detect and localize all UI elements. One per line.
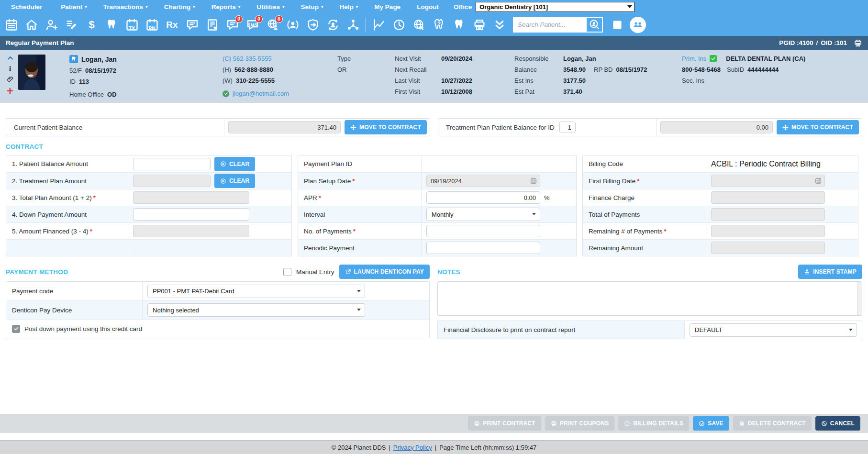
collapse-toolbar-icon[interactable] (492, 17, 507, 33)
est-pat-label: Est Pat (514, 88, 560, 95)
clear-patient-balance-button[interactable]: CLEAR (214, 157, 255, 171)
patient-sync-icon[interactable] (325, 17, 340, 33)
sms-icon[interactable]: SMS0 (245, 17, 260, 33)
edit-chart-icon[interactable] (64, 17, 79, 33)
email-verified-icon (223, 90, 229, 97)
pgid-oid-separator: / (816, 39, 818, 46)
insert-stamp-button[interactable]: INSERT STAMP (798, 265, 862, 279)
treatment-plan-icon[interactable]: TX (124, 17, 139, 33)
post-down-payment-checkbox[interactable] (12, 325, 20, 333)
balance-label: Balance (514, 66, 560, 73)
calendar-icon[interactable] (4, 17, 19, 33)
search-patient-input[interactable] (513, 17, 586, 33)
nav-utilities[interactable]: Utilities▾ (248, 3, 292, 11)
prim-ins-plan: DELTA DENTAL PLAN (CA) (726, 55, 805, 62)
medical-alert-icon[interactable]: + (6, 86, 14, 95)
payment-method-table: Payment code PP001 - PMT PAT-Debit Card … (6, 281, 430, 338)
move-current-to-contract-button[interactable]: MOVE TO CONTRACT (345, 120, 427, 134)
contract-plan-table: Payment Plan ID Plan Setup Date* APR* % … (298, 155, 577, 256)
manual-entry-checkbox[interactable] (283, 268, 291, 276)
patient-globe-icon[interactable] (285, 17, 300, 33)
nav-transactions[interactable]: Transactions▾ (95, 3, 156, 11)
toolbar-checkbox[interactable] (613, 21, 622, 29)
tp-id-input[interactable] (559, 122, 576, 133)
home-icon[interactable] (24, 17, 39, 33)
clear-treatment-plan-button[interactable]: CLEAR (214, 174, 255, 188)
collapse-chevron-icon[interactable] (7, 55, 14, 62)
nav-logout[interactable]: Logout (409, 3, 447, 11)
down-payment-amount-input[interactable] (133, 208, 249, 221)
prim-ins-checkbox[interactable] (710, 55, 717, 62)
no-of-payments-input[interactable] (426, 225, 540, 237)
office-select-value: Organic Dentistry [101] (476, 3, 625, 11)
current-balance-label: Current Patient Balance (14, 124, 82, 131)
nav-patient[interactable]: Patient▾ (53, 3, 95, 11)
move-tp-to-contract-button[interactable]: MOVE TO CONTRACT (777, 120, 859, 134)
office-select-arrow-icon (625, 5, 634, 8)
work-phone-label: (W) (223, 77, 233, 84)
payments-icon[interactable]: $ (84, 17, 99, 33)
last-visit-value: 10/27/2022 (441, 77, 472, 84)
office-select[interactable]: Organic Dentistry [101] (476, 2, 634, 12)
progress-notes-icon[interactable]: PN (145, 17, 159, 33)
messages-icon[interactable]: 0 (225, 17, 240, 33)
web-launch-icon[interactable] (412, 17, 426, 33)
notes-scrollbar[interactable] (857, 282, 862, 315)
add-patient-icon[interactable] (44, 17, 59, 33)
reports-chart-icon[interactable] (371, 17, 386, 33)
patient-info-icon[interactable]: i (9, 65, 11, 72)
subid-value: 444444444 (747, 66, 779, 73)
next-recall-label: Next Recall (395, 66, 438, 73)
nav-setup[interactable]: Setup▾ (293, 3, 332, 11)
family-network-icon[interactable] (345, 17, 360, 33)
online-patient-badge: 8 (275, 15, 283, 23)
family-members-icon[interactable] (630, 17, 646, 33)
save-button[interactable]: SAVE (693, 416, 729, 431)
contract-billing-table: Billing Code ACBIL : Periodic Contract B… (582, 155, 858, 256)
privacy-policy-link[interactable]: Privacy Policy (393, 444, 432, 451)
tooth-help-icon[interactable]: ? (432, 17, 446, 33)
launch-denticon-pay-button[interactable]: LAUNCH DENTICON PAY (339, 265, 430, 279)
financial-disclosure-select[interactable]: DEFAULT (690, 323, 857, 337)
interval-select[interactable]: Monthly (426, 208, 540, 221)
periodic-payment-input[interactable] (426, 242, 540, 254)
online-patient-icon[interactable]: 8 (265, 17, 280, 33)
notes-textarea[interactable] (438, 282, 857, 315)
print-toolbar-icon[interactable] (472, 17, 487, 33)
time-clock-icon[interactable] (391, 17, 406, 33)
amount-financed-input (133, 225, 249, 237)
nav-reports[interactable]: Reports▾ (203, 3, 249, 11)
tp-balance-value (660, 121, 773, 133)
denticon-pay-device-select[interactable]: Nothing selected (147, 303, 365, 317)
patient-tooth-icon (69, 55, 78, 63)
nav-help[interactable]: Help▾ (332, 3, 367, 11)
prim-ins-link[interactable]: Prim. Ins (682, 55, 706, 62)
patient-age-sex: 52/F (69, 67, 82, 74)
cancel-button[interactable]: CANCEL (815, 416, 860, 431)
patient-balance-amount-input[interactable] (133, 158, 211, 170)
apr-input[interactable] (426, 191, 540, 204)
nav-scheduler[interactable]: Scheduler (3, 3, 53, 11)
patient-photo[interactable] (18, 55, 45, 90)
notes-icon[interactable] (185, 17, 200, 33)
home-phone-value: 562-888-8880 (234, 66, 273, 73)
patient-search-button[interactable] (586, 17, 603, 33)
nav-charting[interactable]: Charting▾ (156, 3, 203, 11)
insurance-shield-icon[interactable] (305, 17, 320, 33)
home-office-label: Home Office (69, 91, 104, 98)
documents-icon[interactable] (205, 17, 220, 33)
finance-charge-input (711, 191, 825, 204)
est-ins-label: Est Ins (514, 77, 560, 84)
pgid-value: PGID :4100 (779, 39, 813, 46)
patient-email-link[interactable]: jlogan@hotmail.com (233, 90, 289, 97)
patient-birthdate: 08/15/1972 (85, 67, 116, 74)
plan-setup-date-input (426, 175, 540, 187)
tooth-chart-icon[interactable] (104, 17, 119, 33)
payment-code-select[interactable]: PP001 - PMT PAT-Debit Card (147, 285, 365, 298)
tooth-icon[interactable] (452, 17, 467, 33)
cell-phone-link[interactable]: (C) 562-335-5555 (223, 55, 272, 62)
print-page-icon[interactable] (854, 39, 862, 47)
attachments-icon[interactable] (7, 76, 14, 83)
nav-my-page[interactable]: My Page (366, 3, 409, 11)
prescriptions-icon[interactable]: Rx (165, 17, 179, 33)
